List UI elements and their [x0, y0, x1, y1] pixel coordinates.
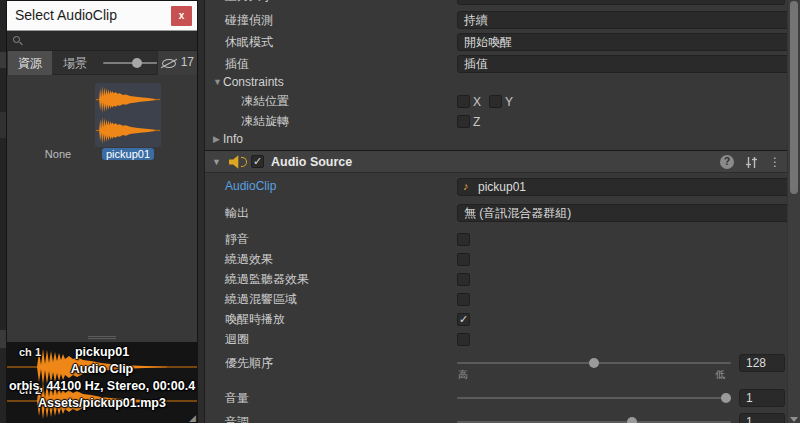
none-thumbnail[interactable] [25, 83, 91, 147]
priority-row: 優先順序 高 低 128 [205, 354, 787, 384]
pitch-label: 音調 [225, 414, 249, 423]
clip-info-overlay: pickup01 Audio Clip orbis, 44100 Hz, Ste… [7, 344, 197, 412]
clip-type: Audio Clip [7, 361, 197, 378]
gravity-scale-label: 重力大小 [225, 0, 273, 5]
foldout-closed-icon: ▶ [213, 134, 223, 144]
search-bar [7, 31, 197, 51]
screen: Select AudioClip x 資源 場景 17 None [0, 0, 800, 423]
asset-item-pickup01[interactable]: pickup01 [95, 83, 161, 160]
pitch-row: 音調 1 [205, 413, 787, 423]
clip-path: Assets/pickup01.mp3 [7, 395, 197, 412]
constraints-foldout[interactable]: ▼Constraints [213, 75, 284, 89]
component-foldout-icon[interactable]: ▼ [212, 157, 221, 167]
freeze-y-checkbox[interactable] [489, 95, 502, 108]
clip-format: orbis, 44100 Hz, Stereo, 00:00.4 [7, 378, 197, 395]
play-on-awake-row: 喚醒時播放 [205, 310, 787, 328]
close-button[interactable]: x [171, 6, 192, 26]
inspector-scrollbar[interactable] [787, 0, 800, 423]
inspector-content: 重力大小 0 碰撞偵測 持續 休眠模式 開始喚醒 插值 插值 [205, 0, 787, 423]
bypass-effects-row: 繞過效果 [205, 250, 787, 268]
preview-resize-handle[interactable] [7, 335, 197, 342]
interpolate-dropdown[interactable]: 插值 [457, 55, 787, 73]
clip-name: pickup01 [7, 344, 197, 361]
pitch-slider-thumb[interactable] [627, 417, 637, 423]
presets-icon[interactable] [745, 156, 758, 169]
audioclip-row: AudioClip ♪ pickup01 [205, 178, 787, 196]
asset-grid: None pickup01 [7, 75, 197, 185]
asset-label: None [41, 148, 75, 160]
thumbnail-size-slider[interactable] [103, 62, 159, 64]
tab-scene[interactable]: 場景 [53, 51, 97, 75]
scrollbar-down-arrow[interactable] [790, 417, 798, 422]
output-row: 輸出 無 (音訊混合器群組) [205, 204, 787, 222]
loop-label: 迴圈 [225, 331, 249, 348]
freeze-rotation-row: 凍結旋轉 Z [205, 112, 787, 130]
bypass-listener-checkbox[interactable] [457, 273, 470, 286]
volume-slider-thumb[interactable] [721, 393, 731, 403]
audioclip-object-field[interactable]: ♪ pickup01 [457, 178, 787, 196]
collision-detection-dropdown[interactable]: 持續 [457, 11, 787, 29]
asset-item-none[interactable]: None [25, 83, 91, 160]
window-titlebar[interactable]: Select AudioClip x [7, 1, 197, 31]
component-title: Audio Source [271, 155, 352, 169]
kebab-menu-icon[interactable]: ⋮ [769, 155, 781, 169]
thumbnail-size-slider-thumb[interactable] [132, 58, 142, 68]
priority-slider[interactable] [457, 362, 731, 364]
play-on-awake-label: 喚醒時播放 [225, 311, 285, 328]
hidden-count-toggle[interactable]: 17 [157, 51, 197, 75]
priority-slider-thumb[interactable] [589, 358, 599, 368]
tab-assets[interactable]: 資源 [8, 51, 52, 75]
loop-row: 迴圈 [205, 330, 787, 348]
volume-slider[interactable] [457, 397, 731, 399]
window-resize-gripper[interactable]: ◢ [189, 413, 196, 423]
mute-row: 靜音 [205, 230, 787, 248]
pitch-value-field[interactable]: 1 [739, 413, 785, 423]
eye-slash-icon [162, 59, 176, 68]
play-on-awake-checkbox[interactable] [457, 313, 470, 326]
freeze-rotation-label: 凍結旋轉 [241, 113, 289, 130]
info-foldout[interactable]: ▶Info [213, 132, 243, 146]
sleeping-mode-label: 休眠模式 [225, 34, 273, 51]
scrollbar-thumb[interactable] [790, 1, 798, 194]
window-title: Select AudioClip [15, 7, 117, 23]
component-enabled-checkbox[interactable] [251, 155, 264, 168]
freeze-z-checkbox[interactable] [457, 115, 470, 128]
help-icon[interactable]: ? [720, 155, 734, 169]
speaker-wave-icon [241, 157, 247, 167]
bypass-reverb-row: 繞過混響區域 [205, 290, 787, 308]
mute-label: 靜音 [225, 231, 249, 248]
bypass-effects-checkbox[interactable] [457, 253, 470, 266]
volume-value-field[interactable]: 1 [739, 389, 785, 407]
search-input[interactable] [25, 32, 185, 49]
freeze-position-label: 凍結位置 [241, 93, 289, 110]
freeze-rotation-axes: Z [457, 112, 785, 130]
freeze-x-checkbox[interactable] [457, 95, 470, 108]
bypass-reverb-checkbox[interactable] [457, 293, 470, 306]
mute-checkbox[interactable] [457, 233, 470, 246]
loop-checkbox[interactable] [457, 333, 470, 346]
output-object-field[interactable]: 無 (音訊混合器群組) [457, 204, 787, 222]
music-note-icon: ♪ [463, 180, 469, 192]
gravity-scale-row: 重力大小 0 [205, 0, 787, 5]
sleeping-mode-row: 休眠模式 開始喚醒 [205, 33, 787, 51]
info-row: ▶Info [205, 132, 787, 150]
inspector-panel: 重力大小 0 碰撞偵測 持續 休眠模式 開始喚醒 插值 插值 [204, 0, 800, 423]
volume-row: 音量 1 [205, 389, 787, 407]
select-audioclip-window: Select AudioClip x 資源 場景 17 None [6, 0, 198, 423]
bypass-listener-label: 繞過監聽器效果 [225, 271, 309, 288]
audio-preview-pane: ch 1 ch 2 pickup01 Audio Clip orbis, 441… [7, 342, 197, 423]
hidden-count: 17 [181, 55, 194, 69]
bypass-listener-row: 繞過監聽器效果 [205, 270, 787, 288]
axis-x-label: X [473, 95, 481, 109]
search-icon [13, 36, 20, 43]
volume-label: 音量 [225, 390, 249, 407]
gravity-scale-field[interactable]: 0 [457, 0, 785, 5]
bypass-effects-label: 繞過效果 [225, 251, 273, 268]
priority-value-field[interactable]: 128 [739, 354, 785, 372]
priority-low-label: 低 [715, 368, 725, 382]
collision-detection-label: 碰撞偵測 [225, 12, 273, 29]
sleeping-mode-dropdown[interactable]: 開始喚醒 [457, 33, 787, 51]
audio-source-header[interactable]: ▼ Audio Source ? ⋮ [205, 150, 787, 173]
audioclip-thumbnail[interactable] [95, 83, 161, 147]
output-label: 輸出 [225, 205, 249, 222]
